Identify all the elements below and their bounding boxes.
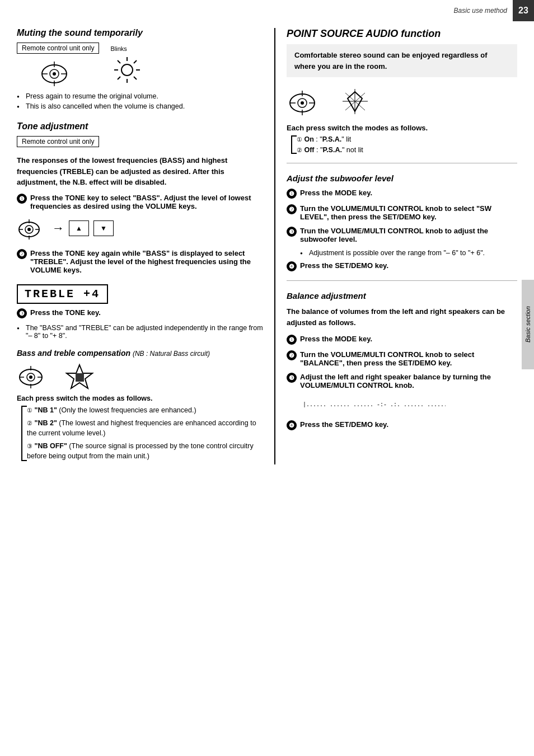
bal-step4-text: Press the SET/DEMO key.: [300, 420, 388, 429]
balance-svg: |...... ...... ...... -:- .:. ...... ...…: [300, 395, 446, 412]
point-source-illustrations: [287, 86, 517, 117]
sub-step4: ❹ Press the SET/DEMO key.: [287, 261, 517, 271]
balance-display: |...... ...... ...... -:- .:. ...... ...…: [300, 395, 517, 414]
remote-psa: [287, 86, 326, 117]
sub-step3: ❸ Trun the VOLUME/MULTI CONTROL knob to …: [287, 227, 517, 243]
arrow-symbol: →: [52, 221, 64, 236]
blinks-illustration: [110, 54, 144, 85]
point-source-section: POINT SOURCE AUDIO function Comfortable …: [287, 28, 517, 154]
psa-mode2: ② Off : "P.S.A." not lit: [297, 146, 517, 154]
svg-point-7: [121, 64, 133, 76]
remote-bass: [17, 362, 53, 390]
balance-title: Balance adjustment: [287, 291, 517, 300]
nb2-item: ② "NB 2" (The lowest and highest frequen…: [27, 419, 263, 438]
remote-badge-muting: Remote control unit only: [17, 43, 99, 54]
svg-line-13: [134, 77, 137, 79]
down-key: ▼: [93, 220, 114, 236]
bass-comp-title: Bass and treble compensation (NB : Natur…: [17, 349, 263, 358]
svg-rect-31: [76, 373, 84, 382]
page-number: 23: [513, 0, 534, 21]
remote-badge-tone: Remote control unit only: [17, 136, 99, 147]
tone-note: The "BASS" and "TREBLE" can be adjusted …: [17, 324, 263, 340]
psa-mode1: ① On : "P.S.A." lit: [297, 135, 517, 143]
nb-icon: [64, 362, 95, 390]
nboff-item: ③ "NB OFF" (The source signal is process…: [27, 442, 263, 461]
remote-illustration-muting: [39, 57, 78, 88]
nb1-item: ① "NB 1" (Only the lowest frequencies ar…: [27, 406, 263, 416]
sub-step1-num: ❶: [287, 189, 297, 199]
step2-num: ❷: [17, 249, 27, 259]
bal-step1-text: Press the MODE key.: [300, 335, 372, 343]
psa-icon: [337, 86, 373, 117]
tone-step2: ❷ Press the TONE key again while "BASS" …: [17, 249, 263, 274]
each-press-bass: Each press switch the modes as follows.: [17, 395, 263, 402]
bass-comp-section: Bass and treble compensation (NB : Natur…: [17, 349, 263, 462]
step1-text: Press the TONE key to select "BASS". Adj…: [30, 194, 263, 210]
sub-step2-text: Turn the VOLUME/MULTI CONTROL knob to se…: [300, 204, 517, 221]
svg-point-18: [27, 228, 31, 231]
bal-step3-num: ❸: [287, 373, 297, 383]
muting-bullet-1: Press again to resume the original volum…: [17, 92, 263, 100]
balance-intro: The balance of volumes from the left and…: [287, 306, 517, 328]
blinks-label: Blinks: [110, 45, 127, 52]
step3-text: Press the TONE key.: [30, 308, 101, 317]
psa-modes: ① On : "P.S.A." lit ② Off : "P.S.A." not…: [287, 135, 517, 154]
bal-step4: ❹ Press the SET/DEMO key.: [287, 420, 517, 430]
muting-title: Muting the sound temporarily: [17, 28, 263, 38]
psa-each-press: Each press switch the modes as follows.: [287, 124, 517, 132]
muting-bullets: Press again to resume the original volum…: [17, 92, 263, 110]
sub-step1: ❶ Press the MODE key.: [287, 189, 517, 199]
sub-notes: Adjustment is possible over the range fr…: [300, 249, 517, 257]
bal-step3: ❸ Adjust the left and right speaker bala…: [287, 373, 517, 389]
step2-text: Press the TONE key again while "BASS" is…: [30, 249, 263, 274]
svg-line-15: [118, 77, 120, 79]
sub-step4-text: Press the SET/DEMO key.: [300, 261, 388, 270]
svg-point-25: [29, 375, 32, 379]
sub-step1-text: Press the MODE key.: [300, 189, 372, 197]
sub-note: Adjustment is possible over the range fr…: [300, 249, 517, 257]
bass-modes-list: ① "NB 1" (Only the lowest frequencies ar…: [17, 406, 263, 462]
left-column: Muting the sound temporarily Remote cont…: [17, 28, 263, 464]
muting-bullet-2: This is also cancelled when the volume i…: [17, 102, 263, 110]
tone-description: The responses of the lowest frequencies …: [17, 155, 263, 188]
tone-notes: The "BASS" and "TREBLE" can be adjusted …: [17, 324, 263, 340]
step1-num: ❶: [17, 194, 27, 204]
tone-title: Tone adjustment: [17, 121, 263, 132]
remote-small: [17, 216, 48, 241]
point-source-title: POINT SOURCE AUDIO function: [287, 28, 517, 40]
sub-step3-num: ❸: [287, 227, 297, 237]
sub-step2: ❷ Turn the VOLUME/MULTI CONTROL knob to …: [287, 204, 517, 221]
point-source-intro: Comfortable stereo sound can be enjoyed …: [287, 44, 517, 77]
side-tab: Basic section: [522, 280, 534, 369]
page-header: Basic use method: [454, 7, 507, 15]
sub-step3-text: Trun the VOLUME/MULTI CONTROL knob to ad…: [300, 227, 517, 243]
sub-step2-num: ❷: [287, 204, 297, 214]
up-key: ▲: [69, 220, 89, 236]
svg-text:|...... ...... ...... -:- .:. : |...... ...... ...... -:- .:. ...... ...…: [303, 402, 446, 408]
bal-step3-text: Adjust the left and right speaker balanc…: [300, 373, 517, 389]
svg-point-34: [301, 101, 304, 105]
balance-section: Balance adjustment The balance of volume…: [287, 291, 517, 430]
subwoofer-section: Adjust the subwoofer level ❶ Press the M…: [287, 173, 517, 271]
svg-point-2: [53, 72, 56, 76]
svg-line-14: [134, 60, 137, 63]
tone-step1: ❶ Press the TONE key to select "BASS". A…: [17, 194, 263, 210]
tone-step1-illustration: → ▲ ▼: [17, 216, 263, 241]
svg-line-12: [118, 60, 120, 63]
subwoofer-title: Adjust the subwoofer level: [287, 173, 517, 183]
treble-display: TREBLE +4: [17, 284, 108, 304]
bal-step4-num: ❹: [287, 420, 297, 430]
bass-comp-illustration: [17, 362, 263, 390]
bal-step2-num: ❷: [287, 350, 297, 360]
muting-section: Muting the sound temporarily Remote cont…: [17, 28, 263, 110]
tone-section: Tone adjustment Remote control unit only…: [17, 121, 263, 340]
right-column: POINT SOURCE AUDIO function Comfortable …: [274, 28, 517, 464]
step3-num: ❸: [17, 308, 27, 318]
tone-step3: ❸ Press the TONE key.: [17, 308, 263, 318]
bal-step1: ❶ Press the MODE key.: [287, 335, 517, 345]
sub-step4-num: ❹: [287, 261, 297, 271]
bal-step1-num: ❶: [287, 335, 297, 345]
bal-step2: ❷ Turn the VOLUME/MULTI CONTROL knob to …: [287, 350, 517, 367]
bal-step2-text: Turn the VOLUME/MULTI CONTROL knob to se…: [300, 350, 517, 367]
